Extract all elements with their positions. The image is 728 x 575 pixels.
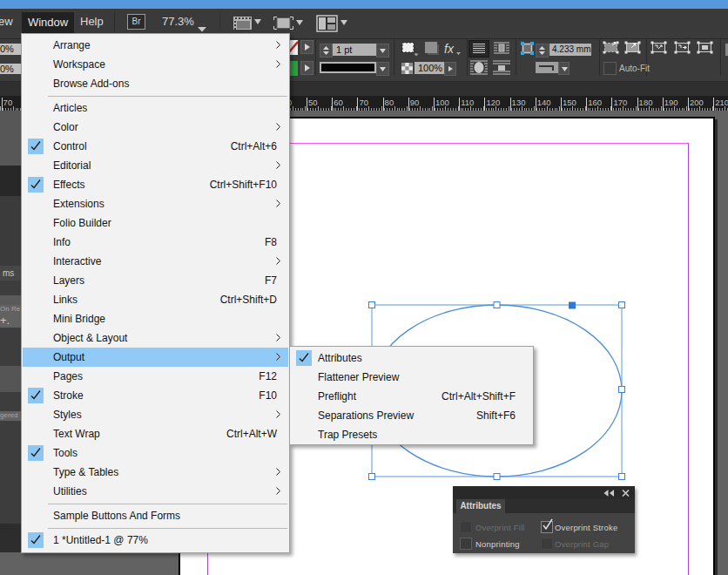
svg-text:fx: fx xyxy=(444,42,455,56)
